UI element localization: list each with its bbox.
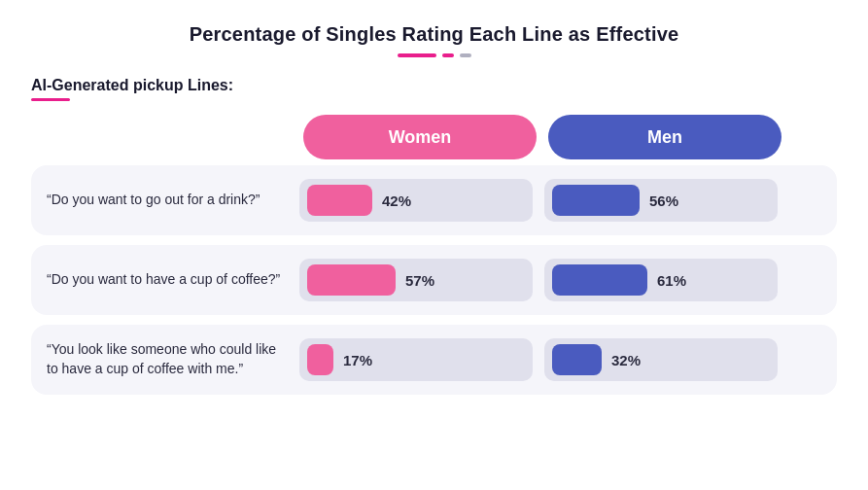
men-bar-group: 61% <box>544 259 778 301</box>
women-bar-fill <box>307 185 372 216</box>
row-label: “You look like someone who could like to… <box>47 340 299 378</box>
men-bar-group: 32% <box>544 338 778 381</box>
table-row: “Do you want to have a cup of coffee?” 5… <box>31 245 837 315</box>
women-bar-group: 57% <box>299 259 533 301</box>
men-bar-pct: 61% <box>657 272 686 289</box>
women-column-header: Women <box>303 115 537 159</box>
men-column-header: Men <box>548 115 781 159</box>
men-bar-pct: 56% <box>649 192 678 209</box>
men-bar-fill <box>552 344 602 375</box>
women-bar-fill <box>307 264 396 296</box>
women-bar-pct: 42% <box>382 192 411 209</box>
row-bars: 57% 61% <box>299 259 821 301</box>
title-underline <box>398 53 471 57</box>
row-bars: 17% 32% <box>299 338 821 381</box>
men-bar-pct: 32% <box>611 352 641 368</box>
women-bar-pct: 57% <box>405 272 434 289</box>
men-bar-fill <box>552 264 647 296</box>
section-label: AI-Generated pickup Lines: <box>31 77 233 94</box>
section-underline <box>31 98 70 101</box>
table-row: “Do you want to go out for a drink?” 42%… <box>31 165 837 235</box>
women-bar-group: 42% <box>299 179 533 222</box>
men-bar-fill <box>552 185 640 216</box>
row-bars: 42% 56% <box>299 179 821 222</box>
women-bar-group: 17% <box>299 338 533 381</box>
row-label: “Do you want to go out for a drink?” <box>47 191 299 210</box>
chart-title: Percentage of Singles Rating Each Line a… <box>190 23 679 46</box>
header-row: Women Men <box>31 115 837 159</box>
table-row: “You look like someone who could like to… <box>31 325 837 395</box>
men-bar-group: 56% <box>544 179 778 222</box>
row-label: “Do you want to have a cup of coffee?” <box>47 270 299 290</box>
women-bar-pct: 17% <box>343 352 372 368</box>
chart-container: Women Men “Do you want to go out for a d… <box>31 115 837 404</box>
women-bar-fill <box>307 344 333 375</box>
